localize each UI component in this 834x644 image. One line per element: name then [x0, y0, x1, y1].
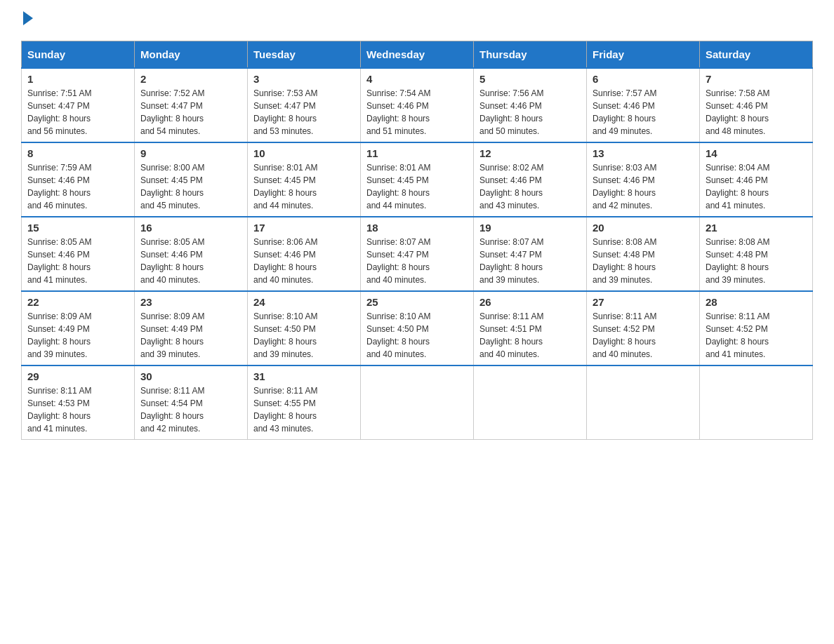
calendar-cell: 11 Sunrise: 8:01 AM Sunset: 4:45 PM Dayl… — [361, 142, 474, 217]
calendar-week-1: 1 Sunrise: 7:51 AM Sunset: 4:47 PM Dayli… — [22, 68, 813, 142]
day-number: 24 — [253, 296, 355, 308]
day-info: Sunrise: 8:08 AM Sunset: 4:48 PM Dayligh… — [706, 236, 807, 286]
logo-arrow-icon — [23, 11, 33, 25]
calendar-cell: 26 Sunrise: 8:11 AM Sunset: 4:51 PM Dayl… — [474, 291, 587, 365]
calendar-cell: 1 Sunrise: 7:51 AM Sunset: 4:47 PM Dayli… — [22, 68, 135, 142]
day-number: 14 — [706, 147, 807, 159]
day-number: 2 — [140, 73, 241, 85]
calendar-cell: 28 Sunrise: 8:11 AM Sunset: 4:52 PM Dayl… — [700, 291, 813, 365]
day-number: 13 — [593, 147, 694, 159]
day-info: Sunrise: 8:10 AM Sunset: 4:50 PM Dayligh… — [366, 310, 468, 361]
day-number: 10 — [253, 147, 355, 159]
calendar-cell: 19 Sunrise: 8:07 AM Sunset: 4:47 PM Dayl… — [474, 217, 587, 291]
day-number: 29 — [27, 370, 128, 382]
day-info: Sunrise: 8:05 AM Sunset: 4:46 PM Dayligh… — [27, 236, 128, 286]
calendar-cell: 21 Sunrise: 8:08 AM Sunset: 4:48 PM Dayl… — [700, 217, 813, 291]
day-number: 25 — [366, 296, 468, 308]
day-info: Sunrise: 8:03 AM Sunset: 4:46 PM Dayligh… — [593, 161, 694, 212]
calendar-cell: 29 Sunrise: 8:11 AM Sunset: 4:53 PM Dayl… — [22, 365, 135, 440]
day-info: Sunrise: 7:59 AM Sunset: 4:46 PM Dayligh… — [27, 161, 128, 212]
calendar-header-row: SundayMondayTuesdayWednesdayThursdayFrid… — [22, 41, 813, 69]
calendar-week-3: 15 Sunrise: 8:05 AM Sunset: 4:46 PM Dayl… — [22, 217, 813, 291]
day-info: Sunrise: 8:11 AM Sunset: 4:55 PM Dayligh… — [253, 384, 355, 435]
calendar-cell: 24 Sunrise: 8:10 AM Sunset: 4:50 PM Dayl… — [248, 291, 361, 365]
day-number: 19 — [479, 222, 581, 234]
header-day-saturday: Saturday — [700, 41, 813, 69]
day-number: 26 — [479, 296, 581, 308]
calendar-cell: 9 Sunrise: 8:00 AM Sunset: 4:45 PM Dayli… — [135, 142, 248, 217]
calendar-cell: 15 Sunrise: 8:05 AM Sunset: 4:46 PM Dayl… — [22, 217, 135, 291]
day-number: 3 — [253, 73, 355, 85]
calendar-cell: 7 Sunrise: 7:58 AM Sunset: 4:46 PM Dayli… — [700, 68, 813, 142]
calendar-cell: 18 Sunrise: 8:07 AM Sunset: 4:47 PM Dayl… — [361, 217, 474, 291]
day-info: Sunrise: 7:52 AM Sunset: 4:47 PM Dayligh… — [140, 87, 241, 137]
calendar-cell: 12 Sunrise: 8:02 AM Sunset: 4:46 PM Dayl… — [474, 142, 587, 217]
day-number: 21 — [706, 222, 807, 234]
day-info: Sunrise: 8:01 AM Sunset: 4:45 PM Dayligh… — [253, 161, 355, 212]
day-number: 9 — [140, 147, 241, 159]
day-number: 8 — [27, 147, 128, 159]
day-number: 16 — [140, 222, 241, 234]
day-number: 28 — [706, 296, 807, 308]
day-info: Sunrise: 8:05 AM Sunset: 4:46 PM Dayligh… — [140, 236, 241, 286]
calendar-cell: 2 Sunrise: 7:52 AM Sunset: 4:47 PM Dayli… — [135, 68, 248, 142]
day-info: Sunrise: 8:01 AM Sunset: 4:45 PM Dayligh… — [366, 161, 468, 212]
day-info: Sunrise: 7:53 AM Sunset: 4:47 PM Dayligh… — [253, 87, 355, 137]
calendar-cell: 10 Sunrise: 8:01 AM Sunset: 4:45 PM Dayl… — [248, 142, 361, 217]
day-info: Sunrise: 7:51 AM Sunset: 4:47 PM Dayligh… — [27, 87, 128, 137]
header-day-monday: Monday — [135, 41, 248, 69]
calendar-cell: 5 Sunrise: 7:56 AM Sunset: 4:46 PM Dayli… — [474, 68, 587, 142]
calendar-cell: 6 Sunrise: 7:57 AM Sunset: 4:46 PM Dayli… — [587, 68, 700, 142]
day-number: 5 — [479, 73, 581, 85]
calendar-cell: 8 Sunrise: 7:59 AM Sunset: 4:46 PM Dayli… — [22, 142, 135, 217]
day-info: Sunrise: 8:11 AM Sunset: 4:51 PM Dayligh… — [479, 310, 581, 361]
day-info: Sunrise: 8:09 AM Sunset: 4:49 PM Dayligh… — [140, 310, 241, 361]
calendar-cell: 23 Sunrise: 8:09 AM Sunset: 4:49 PM Dayl… — [135, 291, 248, 365]
header-day-wednesday: Wednesday — [361, 41, 474, 69]
day-number: 1 — [27, 73, 128, 85]
day-number: 22 — [27, 296, 128, 308]
day-info: Sunrise: 8:11 AM Sunset: 4:52 PM Dayligh… — [593, 310, 694, 361]
calendar-cell: 13 Sunrise: 8:03 AM Sunset: 4:46 PM Dayl… — [587, 142, 700, 217]
day-number: 11 — [366, 147, 468, 159]
day-info: Sunrise: 7:56 AM Sunset: 4:46 PM Dayligh… — [479, 87, 581, 137]
day-info: Sunrise: 8:11 AM Sunset: 4:53 PM Dayligh… — [27, 384, 128, 435]
calendar-cell — [700, 365, 813, 440]
day-info: Sunrise: 8:07 AM Sunset: 4:47 PM Dayligh… — [479, 236, 581, 286]
day-info: Sunrise: 8:09 AM Sunset: 4:49 PM Dayligh… — [27, 310, 128, 361]
calendar-cell — [474, 365, 587, 440]
day-number: 17 — [253, 222, 355, 234]
day-info: Sunrise: 7:57 AM Sunset: 4:46 PM Dayligh… — [593, 87, 694, 137]
logo — [21, 14, 33, 27]
day-number: 31 — [253, 370, 355, 382]
calendar-cell: 27 Sunrise: 8:11 AM Sunset: 4:52 PM Dayl… — [587, 291, 700, 365]
day-info: Sunrise: 8:06 AM Sunset: 4:46 PM Dayligh… — [253, 236, 355, 286]
header-day-thursday: Thursday — [474, 41, 587, 69]
day-number: 27 — [593, 296, 694, 308]
day-number: 30 — [140, 370, 241, 382]
calendar-week-2: 8 Sunrise: 7:59 AM Sunset: 4:46 PM Dayli… — [22, 142, 813, 217]
day-info: Sunrise: 8:08 AM Sunset: 4:48 PM Dayligh… — [593, 236, 694, 286]
calendar-cell: 31 Sunrise: 8:11 AM Sunset: 4:55 PM Dayl… — [248, 365, 361, 440]
calendar-cell — [587, 365, 700, 440]
calendar-cell: 25 Sunrise: 8:10 AM Sunset: 4:50 PM Dayl… — [361, 291, 474, 365]
calendar-week-5: 29 Sunrise: 8:11 AM Sunset: 4:53 PM Dayl… — [22, 365, 813, 440]
calendar-table: SundayMondayTuesdayWednesdayThursdayFrid… — [21, 41, 813, 440]
calendar-cell: 4 Sunrise: 7:54 AM Sunset: 4:46 PM Dayli… — [361, 68, 474, 142]
day-number: 6 — [593, 73, 694, 85]
day-number: 7 — [706, 73, 807, 85]
calendar-week-4: 22 Sunrise: 8:09 AM Sunset: 4:49 PM Dayl… — [22, 291, 813, 365]
calendar-cell: 22 Sunrise: 8:09 AM Sunset: 4:49 PM Dayl… — [22, 291, 135, 365]
day-info: Sunrise: 8:11 AM Sunset: 4:54 PM Dayligh… — [140, 384, 241, 435]
day-info: Sunrise: 8:02 AM Sunset: 4:46 PM Dayligh… — [479, 161, 581, 212]
day-number: 20 — [593, 222, 694, 234]
calendar-cell: 14 Sunrise: 8:04 AM Sunset: 4:46 PM Dayl… — [700, 142, 813, 217]
day-number: 15 — [27, 222, 128, 234]
calendar-cell: 16 Sunrise: 8:05 AM Sunset: 4:46 PM Dayl… — [135, 217, 248, 291]
header-day-sunday: Sunday — [22, 41, 135, 69]
day-info: Sunrise: 8:10 AM Sunset: 4:50 PM Dayligh… — [253, 310, 355, 361]
day-info: Sunrise: 8:04 AM Sunset: 4:46 PM Dayligh… — [706, 161, 807, 212]
page-header — [21, 14, 813, 27]
day-number: 23 — [140, 296, 241, 308]
day-number: 12 — [479, 147, 581, 159]
